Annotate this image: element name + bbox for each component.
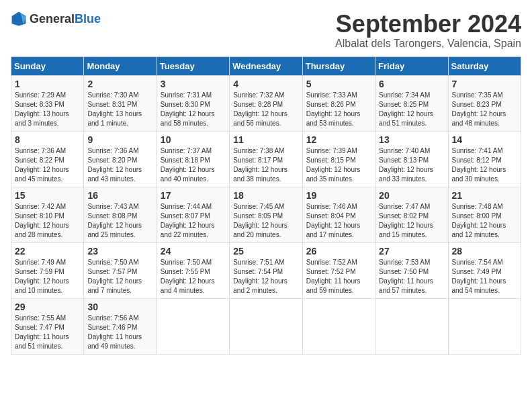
day-number: 26 xyxy=(306,246,371,257)
table-row: 13 Sunrise: 7:40 AMSunset: 8:13 PMDaylig… xyxy=(375,131,448,187)
day-number: 14 xyxy=(452,134,517,145)
table-row: 22 Sunrise: 7:49 AMSunset: 7:59 PMDaylig… xyxy=(11,242,84,298)
table-row: 30 Sunrise: 7:56 AMSunset: 7:46 PMDaylig… xyxy=(84,298,157,354)
table-row: 3 Sunrise: 7:31 AMSunset: 8:30 PMDayligh… xyxy=(157,75,229,131)
table-row: 16 Sunrise: 7:43 AMSunset: 8:08 PMDaylig… xyxy=(84,187,157,242)
table-row: 2 Sunrise: 7:30 AMSunset: 8:31 PMDayligh… xyxy=(84,75,157,131)
day-info: Sunrise: 7:36 AMSunset: 8:20 PMDaylight:… xyxy=(87,147,142,183)
table-row: 12 Sunrise: 7:39 AMSunset: 8:15 PMDaylig… xyxy=(302,131,375,187)
table-row: 8 Sunrise: 7:36 AMSunset: 8:22 PMDayligh… xyxy=(11,131,84,187)
table-row: 1 Sunrise: 7:29 AMSunset: 8:33 PMDayligh… xyxy=(11,75,84,131)
day-number: 19 xyxy=(306,190,371,201)
day-info: Sunrise: 7:54 AMSunset: 7:49 PMDaylight:… xyxy=(452,259,506,294)
table-row: 21 Sunrise: 7:48 AMSunset: 8:00 PMDaylig… xyxy=(448,187,521,242)
table-row: 18 Sunrise: 7:45 AMSunset: 8:05 PMDaylig… xyxy=(230,187,302,242)
day-number: 12 xyxy=(306,134,371,145)
calendar-title: September 2024 xyxy=(335,11,521,38)
day-number: 3 xyxy=(161,79,226,89)
day-number: 8 xyxy=(15,134,80,145)
day-number: 15 xyxy=(15,190,80,201)
day-number: 29 xyxy=(15,302,80,312)
table-row: 5 Sunrise: 7:33 AMSunset: 8:26 PMDayligh… xyxy=(302,75,375,131)
header-monday: Monday xyxy=(84,56,157,75)
header-saturday: Saturday xyxy=(448,56,521,75)
day-number: 20 xyxy=(379,190,444,201)
table-row xyxy=(157,298,229,354)
calendar-week-row: 1 Sunrise: 7:29 AMSunset: 8:33 PMDayligh… xyxy=(11,75,521,131)
table-row: 26 Sunrise: 7:52 AMSunset: 7:52 PMDaylig… xyxy=(302,242,375,298)
day-info: Sunrise: 7:42 AMSunset: 8:10 PMDaylight:… xyxy=(15,203,69,238)
table-row: 15 Sunrise: 7:42 AMSunset: 8:10 PMDaylig… xyxy=(11,187,84,242)
day-number: 30 xyxy=(87,302,152,312)
table-row: 28 Sunrise: 7:54 AMSunset: 7:49 PMDaylig… xyxy=(448,242,521,298)
day-info: Sunrise: 7:40 AMSunset: 8:13 PMDaylight:… xyxy=(379,147,433,183)
table-row xyxy=(375,298,448,354)
table-row xyxy=(302,298,375,354)
table-row: 25 Sunrise: 7:51 AMSunset: 7:54 PMDaylig… xyxy=(230,242,302,298)
table-row xyxy=(448,298,521,354)
calendar-table: Sunday Monday Tuesday Wednesday Thursday… xyxy=(11,56,521,355)
table-row: 19 Sunrise: 7:46 AMSunset: 8:04 PMDaylig… xyxy=(302,187,375,242)
day-number: 11 xyxy=(233,134,298,145)
days-header-row: Sunday Monday Tuesday Wednesday Thursday… xyxy=(11,56,521,75)
calendar-week-row: 22 Sunrise: 7:49 AMSunset: 7:59 PMDaylig… xyxy=(11,242,521,298)
table-row: 6 Sunrise: 7:34 AMSunset: 8:25 PMDayligh… xyxy=(375,75,448,131)
table-row: 10 Sunrise: 7:37 AMSunset: 8:18 PMDaylig… xyxy=(157,131,229,187)
table-row xyxy=(230,298,302,354)
day-number: 16 xyxy=(87,190,152,201)
logo-general: GeneralBlue xyxy=(30,13,101,26)
table-row: 20 Sunrise: 7:47 AMSunset: 8:02 PMDaylig… xyxy=(375,187,448,242)
calendar-week-row: 8 Sunrise: 7:36 AMSunset: 8:22 PMDayligh… xyxy=(11,131,521,187)
logo: GeneralBlue xyxy=(11,11,101,27)
day-info: Sunrise: 7:51 AMSunset: 7:54 PMDaylight:… xyxy=(233,259,287,294)
table-row: 7 Sunrise: 7:35 AMSunset: 8:23 PMDayligh… xyxy=(448,75,521,131)
day-number: 9 xyxy=(87,134,152,145)
day-info: Sunrise: 7:52 AMSunset: 7:52 PMDaylight:… xyxy=(306,259,361,294)
day-info: Sunrise: 7:30 AMSunset: 8:31 PMDaylight:… xyxy=(87,91,142,127)
day-info: Sunrise: 7:56 AMSunset: 7:46 PMDaylight:… xyxy=(87,314,142,350)
day-info: Sunrise: 7:32 AMSunset: 8:28 PMDaylight:… xyxy=(233,91,287,127)
day-info: Sunrise: 7:50 AMSunset: 7:55 PMDaylight:… xyxy=(161,259,215,294)
header-sunday: Sunday xyxy=(11,56,84,75)
day-info: Sunrise: 7:38 AMSunset: 8:17 PMDaylight:… xyxy=(233,147,287,183)
day-info: Sunrise: 7:49 AMSunset: 7:59 PMDaylight:… xyxy=(15,259,69,294)
day-info: Sunrise: 7:31 AMSunset: 8:30 PMDaylight:… xyxy=(161,91,215,127)
table-row: 4 Sunrise: 7:32 AMSunset: 8:28 PMDayligh… xyxy=(230,75,302,131)
day-info: Sunrise: 7:37 AMSunset: 8:18 PMDaylight:… xyxy=(161,147,215,183)
table-row: 24 Sunrise: 7:50 AMSunset: 7:55 PMDaylig… xyxy=(157,242,229,298)
day-info: Sunrise: 7:45 AMSunset: 8:05 PMDaylight:… xyxy=(233,203,287,238)
day-info: Sunrise: 7:39 AMSunset: 8:15 PMDaylight:… xyxy=(306,147,361,183)
logo-icon xyxy=(11,11,27,27)
day-info: Sunrise: 7:44 AMSunset: 8:07 PMDaylight:… xyxy=(161,203,215,238)
day-number: 4 xyxy=(233,79,298,89)
day-info: Sunrise: 7:41 AMSunset: 8:12 PMDaylight:… xyxy=(452,147,506,183)
day-info: Sunrise: 7:33 AMSunset: 8:26 PMDaylight:… xyxy=(306,91,361,127)
table-row: 29 Sunrise: 7:55 AMSunset: 7:47 PMDaylig… xyxy=(11,298,84,354)
header-friday: Friday xyxy=(375,56,448,75)
day-info: Sunrise: 7:29 AMSunset: 8:33 PMDaylight:… xyxy=(15,91,69,127)
day-number: 23 xyxy=(87,246,152,257)
calendar-subtitle: Albalat dels Tarongers, Valencia, Spain xyxy=(335,38,521,50)
day-number: 25 xyxy=(233,246,298,257)
day-number: 2 xyxy=(87,79,152,89)
day-number: 27 xyxy=(379,246,444,257)
day-number: 22 xyxy=(15,246,80,257)
day-number: 13 xyxy=(379,134,444,145)
calendar-week-row: 15 Sunrise: 7:42 AMSunset: 8:10 PMDaylig… xyxy=(11,187,521,242)
day-number: 1 xyxy=(15,79,80,89)
day-number: 6 xyxy=(379,79,444,89)
day-info: Sunrise: 7:50 AMSunset: 7:57 PMDaylight:… xyxy=(87,259,142,294)
header-wednesday: Wednesday xyxy=(230,56,302,75)
day-number: 5 xyxy=(306,79,371,89)
title-area: September 2024 Albalat dels Tarongers, V… xyxy=(335,11,521,50)
table-row: 17 Sunrise: 7:44 AMSunset: 8:07 PMDaylig… xyxy=(157,187,229,242)
day-info: Sunrise: 7:35 AMSunset: 8:23 PMDaylight:… xyxy=(452,91,506,127)
table-row: 23 Sunrise: 7:50 AMSunset: 7:57 PMDaylig… xyxy=(84,242,157,298)
day-info: Sunrise: 7:55 AMSunset: 7:47 PMDaylight:… xyxy=(15,314,69,350)
day-number: 18 xyxy=(233,190,298,201)
table-row: 14 Sunrise: 7:41 AMSunset: 8:12 PMDaylig… xyxy=(448,131,521,187)
day-number: 24 xyxy=(161,246,226,257)
day-info: Sunrise: 7:36 AMSunset: 8:22 PMDaylight:… xyxy=(15,147,69,183)
day-number: 21 xyxy=(452,190,517,201)
header: GeneralBlue September 2024 Albalat dels … xyxy=(11,11,521,50)
